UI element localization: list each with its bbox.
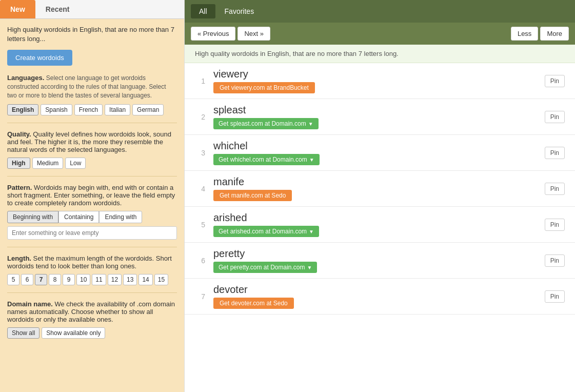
description-text: High quality wordoids in English, that a… <box>7 25 177 44</box>
dropdown-arrow-icon: ▼ <box>309 229 314 234</box>
wordoid-number: 6 <box>195 257 205 265</box>
languages-title: Languages. Select one language to get wo… <box>7 74 177 100</box>
right-tabs: All Favorites <box>185 0 575 23</box>
wordoid-number: 5 <box>195 221 205 229</box>
length-10[interactable]: 10 <box>76 274 90 285</box>
wordoid-cta-button[interactable]: Get arished.com at Domain.com ▼ <box>213 226 319 237</box>
wordoid-name: arished <box>213 212 537 224</box>
quality-options: High Medium Low <box>7 158 177 169</box>
quality-title: Quality. Quality level defines how wordo… <box>7 130 177 153</box>
quality-low[interactable]: Low <box>65 158 86 169</box>
domain-options: Show all Show available only <box>7 327 177 339</box>
quality-medium[interactable]: Medium <box>32 158 64 169</box>
tab-favorites[interactable]: Favorites <box>216 4 263 18</box>
wordoid-content: viewery Get viewery.com at BrandBucket <box>213 68 537 93</box>
lang-italian[interactable]: Italian <box>105 104 130 115</box>
wordoid-number: 7 <box>195 292 205 301</box>
length-5[interactable]: 5 <box>7 274 19 285</box>
dropdown-arrow-icon: ▼ <box>309 157 314 163</box>
wordoid-content: manife Get manife.com at Sedo <box>213 176 537 201</box>
table-row: 5 arished Get arished.com at Domain.com … <box>185 207 575 243</box>
domain-section: Domain name. We check the availability o… <box>7 300 177 346</box>
length-desc: Set the maximum length of the wordoids. … <box>7 254 172 270</box>
left-content: High quality wordoids in English, that a… <box>0 19 184 359</box>
lang-english[interactable]: English <box>7 104 38 115</box>
wordoid-cta-button[interactable]: Get peretty.com at Domain.com ▼ <box>213 262 317 273</box>
pin-button[interactable]: Pin <box>545 183 565 195</box>
right-panel: All Favorites « Previous Next » Less Mor… <box>185 0 575 392</box>
length-15[interactable]: 15 <box>154 274 168 285</box>
pin-button[interactable]: Pin <box>545 75 565 87</box>
nav-bar: « Previous Next » Less More <box>185 23 575 45</box>
pin-button[interactable]: Pin <box>545 219 565 231</box>
domain-show-all[interactable]: Show all <box>7 327 39 339</box>
pattern-tabs: Beginning with Containing Ending with <box>7 211 177 223</box>
wordoid-cta-button[interactable]: Get manife.com at Sedo <box>213 190 292 201</box>
pattern-containing[interactable]: Containing <box>58 211 99 223</box>
table-row: 1 viewery Get viewery.com at BrandBucket… <box>185 63 575 99</box>
length-title: Length. Set the maximum length of the wo… <box>7 254 177 270</box>
create-wordoids-button[interactable]: Create wordoids <box>7 50 72 66</box>
languages-section: Languages. Select one language to get wo… <box>7 74 177 123</box>
wordoid-list: 1 viewery Get viewery.com at BrandBucket… <box>185 63 575 392</box>
length-14[interactable]: 14 <box>138 274 152 285</box>
wordoid-content: peretty Get peretty.com at Domain.com ▼ <box>213 248 537 273</box>
less-button[interactable]: Less <box>511 27 538 41</box>
domain-show-available[interactable]: Show available only <box>42 327 105 339</box>
wordoid-content: arished Get arished.com at Domain.com ▼ <box>213 212 537 237</box>
wordoid-cta-button[interactable]: Get spleast.com at Domain.com ▼ <box>213 118 319 129</box>
pin-button[interactable]: Pin <box>545 254 565 267</box>
table-row: 7 devoter Get devoter.com at Sedo Pin <box>185 279 575 315</box>
pattern-section: Pattern. Wordoids may begin with, end wi… <box>7 184 177 247</box>
next-button[interactable]: Next » <box>237 27 270 41</box>
nav-left: « Previous Next » <box>191 27 270 41</box>
wordoid-name: whichel <box>213 140 537 152</box>
length-7[interactable]: 7 <box>35 274 47 285</box>
pin-button[interactable]: Pin <box>545 111 565 123</box>
lang-german[interactable]: German <box>132 104 164 115</box>
length-section: Length. Set the maximum length of the wo… <box>7 254 177 293</box>
left-tabs: New Recent <box>0 0 184 19</box>
tab-all[interactable]: All <box>191 4 215 18</box>
table-row: 2 spleast Get spleast.com at Domain.com … <box>185 99 575 135</box>
dropdown-arrow-icon: ▼ <box>308 121 313 127</box>
pattern-input[interactable] <box>7 226 177 240</box>
quality-desc: Quality level defines how wordoids look,… <box>7 130 171 153</box>
prev-button[interactable]: « Previous <box>191 27 235 41</box>
pattern-title: Pattern. Wordoids may begin with, end wi… <box>7 184 177 207</box>
dropdown-arrow-icon: ▼ <box>307 265 312 270</box>
lang-spanish[interactable]: Spanish <box>41 104 72 115</box>
wordoid-name: spleast <box>213 104 537 116</box>
wordoid-number: 1 <box>195 77 205 85</box>
wordoid-name: viewery <box>213 68 537 80</box>
length-13[interactable]: 13 <box>123 274 137 285</box>
pin-button[interactable]: Pin <box>545 290 565 303</box>
pin-button[interactable]: Pin <box>545 147 565 159</box>
nav-right: Less More <box>511 27 569 41</box>
wordoid-content: devoter Get devoter.com at Sedo <box>213 284 537 309</box>
tab-new[interactable]: New <box>0 0 35 18</box>
pattern-ending[interactable]: Ending with <box>99 211 142 223</box>
pattern-beginning[interactable]: Beginning with <box>7 211 58 223</box>
filter-description: High quality wordoids in English, that a… <box>185 45 575 63</box>
length-12[interactable]: 12 <box>108 274 122 285</box>
length-options: 5 6 7 8 9 10 11 12 13 14 15 <box>7 274 177 285</box>
tab-recent[interactable]: Recent <box>35 0 80 18</box>
length-6[interactable]: 6 <box>21 274 33 285</box>
wordoid-cta-button[interactable]: Get devoter.com at Sedo <box>213 298 294 309</box>
domain-title: Domain name. We check the availability o… <box>7 300 177 323</box>
language-options: English Spanish French Italian German <box>7 104 177 115</box>
quality-high[interactable]: High <box>7 158 30 169</box>
table-row: 4 manife Get manife.com at Sedo Pin <box>185 171 575 207</box>
length-8[interactable]: 8 <box>49 274 61 285</box>
wordoid-cta-button[interactable]: Get viewery.com at BrandBucket <box>213 82 315 93</box>
more-button[interactable]: More <box>540 27 569 41</box>
length-9[interactable]: 9 <box>63 274 75 285</box>
length-11[interactable]: 11 <box>92 274 106 285</box>
wordoid-number: 4 <box>195 185 205 193</box>
wordoid-number: 3 <box>195 149 205 157</box>
wordoid-cta-button[interactable]: Get whichel.com at Domain.com ▼ <box>213 154 320 165</box>
lang-french[interactable]: French <box>74 104 103 115</box>
wordoid-name: peretty <box>213 248 537 260</box>
table-row: 6 peretty Get peretty.com at Domain.com … <box>185 243 575 279</box>
